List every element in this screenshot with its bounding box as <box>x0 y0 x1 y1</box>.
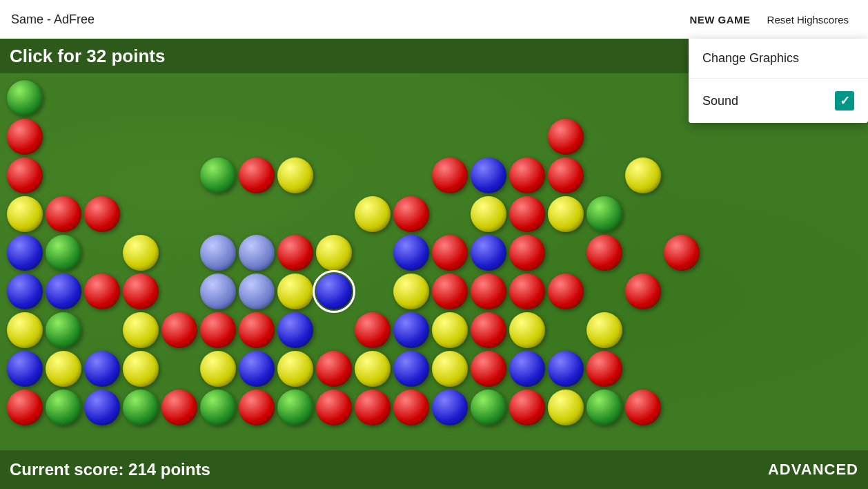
ball[interactable] <box>625 390 661 425</box>
ball[interactable] <box>355 390 391 425</box>
ball[interactable] <box>316 390 352 425</box>
ball[interactable] <box>239 390 275 425</box>
sound-checkbox[interactable] <box>835 91 854 111</box>
ball[interactable] <box>471 196 506 232</box>
ball[interactable] <box>239 274 275 309</box>
ball[interactable] <box>509 157 545 193</box>
ball[interactable] <box>548 274 584 309</box>
ball[interactable] <box>393 390 429 425</box>
ball[interactable] <box>46 196 81 232</box>
ball[interactable] <box>46 235 81 271</box>
ball[interactable] <box>316 235 352 271</box>
ball[interactable] <box>471 312 506 348</box>
ball[interactable] <box>239 312 275 348</box>
ball[interactable] <box>509 390 545 425</box>
ball[interactable] <box>432 157 468 193</box>
ball[interactable] <box>316 351 352 387</box>
ball[interactable] <box>200 312 236 348</box>
ball[interactable] <box>509 351 545 387</box>
ball[interactable] <box>7 235 43 271</box>
ball[interactable] <box>393 312 429 348</box>
sound-item[interactable]: Sound <box>689 79 868 123</box>
ball[interactable] <box>161 390 197 425</box>
reset-highscores-button[interactable]: Reset Highscores <box>759 8 857 31</box>
ball[interactable] <box>84 196 120 232</box>
ball[interactable] <box>548 119 584 155</box>
ball[interactable] <box>625 274 661 309</box>
ball[interactable] <box>123 274 159 309</box>
ball[interactable] <box>7 80 43 116</box>
ball[interactable] <box>586 390 622 425</box>
ball[interactable] <box>432 390 468 425</box>
ball[interactable] <box>393 274 429 309</box>
ball[interactable] <box>664 235 700 271</box>
ball[interactable] <box>393 196 429 232</box>
ball[interactable] <box>586 312 622 348</box>
ball[interactable] <box>7 312 43 348</box>
ball[interactable] <box>123 390 159 425</box>
ball[interactable] <box>471 390 506 425</box>
ball[interactable] <box>548 196 584 232</box>
ball[interactable] <box>161 312 197 348</box>
ball[interactable] <box>471 235 506 271</box>
ball[interactable] <box>471 351 506 387</box>
ball[interactable] <box>200 390 236 425</box>
ball[interactable] <box>277 390 313 425</box>
ball[interactable] <box>200 235 236 271</box>
ball[interactable] <box>355 196 391 232</box>
ball[interactable] <box>46 312 81 348</box>
ball[interactable] <box>277 312 313 348</box>
ball[interactable] <box>84 351 120 387</box>
ball[interactable] <box>586 196 622 232</box>
ball[interactable] <box>355 312 391 348</box>
ball[interactable] <box>7 351 43 387</box>
ball[interactable] <box>7 196 43 232</box>
ball[interactable] <box>123 235 159 271</box>
ball[interactable] <box>46 390 81 425</box>
ball[interactable] <box>471 157 506 193</box>
ball[interactable] <box>586 351 622 387</box>
app-title: Same - AdFree <box>11 12 95 27</box>
game-area[interactable] <box>0 73 868 450</box>
ball[interactable] <box>509 274 545 309</box>
ball[interactable] <box>239 235 275 271</box>
ball[interactable] <box>432 351 468 387</box>
ball[interactable] <box>548 157 584 193</box>
ball[interactable] <box>393 351 429 387</box>
ball[interactable] <box>239 351 275 387</box>
ball[interactable] <box>7 119 43 155</box>
ball[interactable] <box>509 235 545 271</box>
ball[interactable] <box>200 157 236 193</box>
ball[interactable] <box>200 274 236 309</box>
new-game-button[interactable]: NEW GAME <box>681 8 758 31</box>
ball[interactable] <box>200 351 236 387</box>
ball[interactable] <box>432 274 468 309</box>
ball[interactable] <box>7 390 43 425</box>
ball[interactable] <box>84 390 120 425</box>
ball[interactable] <box>46 351 81 387</box>
ball[interactable] <box>46 274 81 309</box>
ball[interactable] <box>277 274 313 309</box>
ball[interactable] <box>586 235 622 271</box>
ball[interactable] <box>432 235 468 271</box>
ball[interactable] <box>277 157 313 193</box>
ball[interactable] <box>123 351 159 387</box>
ball[interactable] <box>471 274 506 309</box>
ball[interactable] <box>509 196 545 232</box>
ball[interactable] <box>355 351 391 387</box>
ball[interactable] <box>316 274 352 309</box>
ball[interactable] <box>393 235 429 271</box>
ball[interactable] <box>509 312 545 348</box>
ball[interactable] <box>548 351 584 387</box>
ball[interactable] <box>432 312 468 348</box>
ball[interactable] <box>7 157 43 193</box>
ball[interactable] <box>123 312 159 348</box>
change-graphics-item[interactable]: Change Graphics <box>689 39 868 79</box>
ball[interactable] <box>625 157 661 193</box>
ball[interactable] <box>7 274 43 309</box>
ball[interactable] <box>277 235 313 271</box>
ball[interactable] <box>277 351 313 387</box>
ball[interactable] <box>239 157 275 193</box>
ball[interactable] <box>548 390 584 425</box>
ball[interactable] <box>84 274 120 309</box>
